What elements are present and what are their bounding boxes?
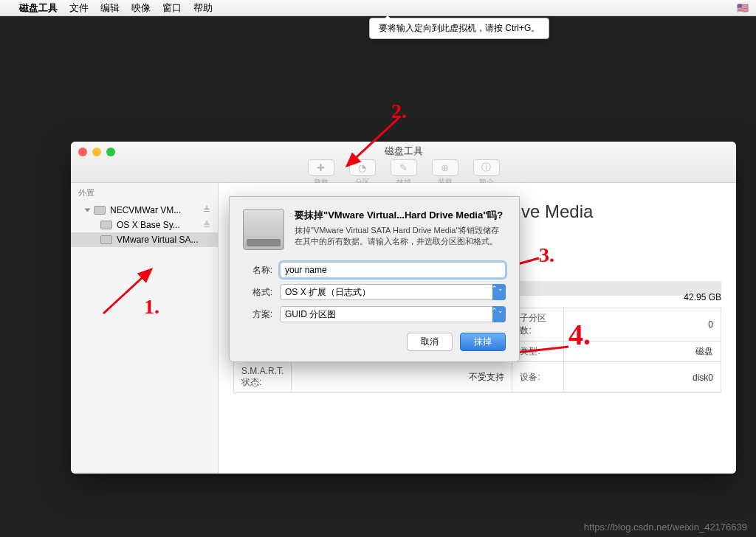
input-flag-icon[interactable]: 🇺🇸 — [737, 2, 749, 13]
erase-icon: ✎ — [391, 159, 417, 176]
mount-icon: ⊕ — [432, 159, 458, 176]
app-name[interactable]: 磁盘工具 — [19, 1, 58, 15]
format-label: 格式: — [243, 286, 272, 299]
capacity-value: 42.95 GB — [684, 292, 721, 302]
zoom-button[interactable] — [106, 148, 115, 156]
disk-icon — [100, 235, 112, 244]
vm-input-tooltip: 要将输入定向到此虚拟机，请按 Ctrl+G。 — [369, 18, 549, 39]
disk-title: ve Media — [521, 201, 721, 222]
menu-image[interactable]: 映像 — [131, 1, 151, 15]
format-select[interactable]: OS X 扩展（日志式） — [280, 284, 506, 300]
name-input[interactable] — [280, 262, 506, 278]
sidebar-item-osx-base[interactable]: OS X Base Sy...≜ — [71, 218, 218, 232]
titlebar: 磁盘工具 ✚急救 ◔分区 ✎抹掉 ⊕装载 ⓘ简介 — [71, 142, 736, 183]
disk-icon — [94, 206, 106, 215]
name-label: 名称: — [243, 264, 272, 277]
first-aid-icon: ✚ — [308, 159, 334, 176]
sidebar: 外置 NECVMWar VM...≜ OS X Base Sy...≜ VMwa… — [71, 183, 219, 474]
menu-help[interactable]: 帮助 — [193, 1, 213, 15]
disclosure-icon[interactable] — [85, 209, 91, 212]
cancel-button[interactable]: 取消 — [407, 333, 453, 351]
disk-drive-icon — [243, 209, 284, 250]
sidebar-item-necvmwar[interactable]: NECVMWar VM...≜ — [71, 203, 218, 218]
dialog-description: 抹掉"VMware Virtual SATA Hard Drive Media"… — [295, 225, 506, 248]
scheme-select[interactable]: GUID 分区图 — [280, 306, 506, 322]
erase-dialog: 要抹掉"VMware Virtual...Hard Drive Media"吗?… — [229, 196, 520, 362]
partition-icon: ◔ — [349, 159, 376, 176]
menu-file[interactable]: 文件 — [69, 1, 89, 15]
info-icon: ⓘ — [473, 159, 500, 176]
menubar: 磁盘工具 文件 编辑 映像 窗口 帮助 🇺🇸 — [0, 0, 756, 16]
sidebar-item-vmware-virtual[interactable]: VMware Virtual SA... — [71, 232, 218, 247]
dialog-title: 要抹掉"VMware Virtual...Hard Drive Media"吗? — [295, 209, 506, 222]
menu-window[interactable]: 窗口 — [162, 1, 182, 15]
watermark: https://blog.csdn.net/weixin_42176639 — [584, 522, 747, 533]
scheme-label: 方案: — [243, 308, 272, 321]
close-button[interactable] — [78, 148, 87, 156]
annotation-2: 2. — [391, 100, 407, 123]
disk-icon — [100, 221, 112, 229]
window-title: 磁盘工具 — [71, 142, 736, 158]
minimize-button[interactable] — [92, 148, 101, 156]
menu-edit[interactable]: 编辑 — [100, 1, 120, 15]
erase-button[interactable]: 抹掉 — [460, 333, 506, 351]
